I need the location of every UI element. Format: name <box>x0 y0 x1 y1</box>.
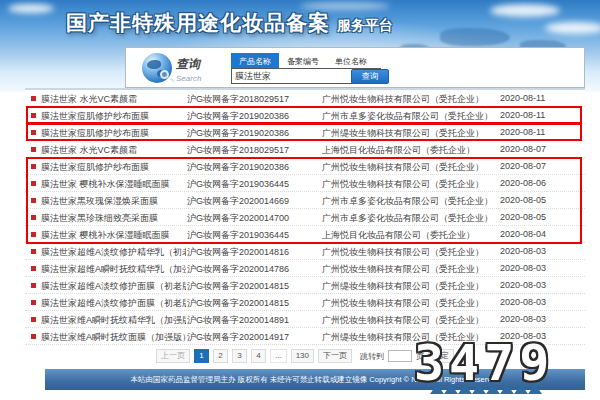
product-name: 膜法世家维A瞬时抚纹面膜（加强版） <box>41 331 186 344</box>
company-name: 广州悦妆生物科技有限公司（受托企业） <box>322 93 497 106</box>
world-map-decoration <box>440 28 510 46</box>
table-row[interactable]: 膜法世家 樱桃补水保湿睡眠面膜沪G妆网备字2019036445上海悦目化妆品有限… <box>25 226 585 243</box>
page-button-2[interactable]: 2 <box>213 349 228 363</box>
zigzag-decoration <box>430 384 548 394</box>
search-panel: 查询 Search 产品名称备案编号单位名称 查询 <box>125 47 585 88</box>
search-logo-label: 查询 <box>176 56 201 73</box>
product-name: 膜法世家 水光VC素颜霜 <box>41 93 186 106</box>
filing-date: 2020-08-04 <box>500 229 546 239</box>
jump-to-label: 跳转到 <box>360 351 384 362</box>
filing-date: 2020-08-07 <box>500 161 546 171</box>
product-name: 膜法世家 樱桃补水保湿睡眠面膜 <box>41 229 186 242</box>
registration-number: 沪G妆网备字2019036445 <box>187 178 317 191</box>
table-row[interactable]: 膜法世家痘肌修护纱布面膜沪G妆网备字2019020386广州市卓多姿化妆品有限公… <box>25 107 585 124</box>
prev-page-button[interactable]: 上一页 <box>156 349 190 363</box>
red-bullet-icon <box>31 266 36 271</box>
table-row[interactable]: 膜法世家黑珍珠细致亮采面膜沪G妆网备字2020014700广州市卓多姿化妆品有限… <box>25 209 585 226</box>
registration-number: 沪G妆网备字2020014786 <box>187 263 317 276</box>
registration-number: 沪G妆网备字2020014917 <box>187 331 317 344</box>
filing-date: 2020-08-03 <box>500 246 546 256</box>
product-name: 膜法世家超维A淡纹修护精华乳（初老版） <box>41 246 186 259</box>
product-name: 膜法世家超维A淡纹修护面膜（初老版） <box>41 297 186 310</box>
registration-number: 沪G妆网备字2019020386 <box>187 161 317 174</box>
table-row[interactable]: 膜法世家黑玫瑰保湿焕采面膜沪G妆网备字2020014669广州市卓多姿化妆品有限… <box>25 192 585 209</box>
company-name: 上海悦目化妆品有限公司（委托企业） <box>322 144 497 157</box>
red-bullet-icon <box>31 113 36 118</box>
cosmetics-filing-platform-page: 国产非特殊用途化妆品备案服务平台 查询 Search 产品名称备案编号单位名称 … <box>0 0 600 400</box>
filing-date: 2020-08-03 <box>500 297 546 307</box>
page-button-3[interactable]: 3 <box>232 349 247 363</box>
table-row[interactable]: 膜法世家超维A淡纹修护面膜（初老版）沪G妆网备字2020014815广州缇妆生物… <box>25 277 585 294</box>
table-row[interactable]: 膜法世家 樱桃补水保湿睡眠面膜沪G妆网备字2019036445广州悦妆生物科技有… <box>25 175 585 192</box>
page-button-130[interactable]: 130 <box>291 349 314 363</box>
search-logo-sublabel: Search <box>176 74 201 83</box>
registration-number: 沪G妆网备字2020014669 <box>187 195 317 208</box>
company-name: 广州市卓多姿化妆品有限公司（受托企业） <box>322 110 497 123</box>
company-name: 广州悦妆生物科技有限公司（受托企业） <box>322 246 497 259</box>
filing-date: 2020-08-11 <box>500 93 545 103</box>
company-name: 广州缇妆生物科技有限公司（受托企业） <box>322 280 497 293</box>
results-table: 膜法世家 水光VC素颜霜沪G妆网备字2018029517广州悦妆生物科技有限公司… <box>25 90 585 346</box>
company-name: 广州悦妆生物科技有限公司（受托企业） <box>322 297 497 310</box>
registration-number: 沪G妆网备字2019036445 <box>187 229 317 242</box>
company-name: 广州市卓多姿化妆品有限公司（受托企业） <box>322 195 497 208</box>
company-name: 广州悦妆生物科技有限公司（受托企业） <box>322 178 497 191</box>
company-name: 广州市卓多姿化妆品有限公司（受托企业） <box>322 212 497 225</box>
filing-date: 2020-08-03 <box>500 314 546 324</box>
page-button-4[interactable]: 4 <box>251 349 266 363</box>
red-bullet-icon <box>31 317 36 322</box>
registration-number: 沪G妆网备字2020014815 <box>187 297 317 310</box>
company-name: 广州悦妆生物科技有限公司（受托企业） <box>322 314 497 327</box>
product-name: 膜法世家黑玫瑰保湿焕采面膜 <box>41 195 186 208</box>
table-row[interactable]: 膜法世家超维A淡纹修护精华乳（初老版）沪G妆网备字2020014816广州悦妆生… <box>25 243 585 260</box>
product-name: 膜法世家痘肌修护纱布面膜 <box>41 161 186 174</box>
registration-number: 沪G妆网备字2019020386 <box>187 110 317 123</box>
registration-number: 沪G妆网备字2019020386 <box>187 127 317 140</box>
red-bullet-icon <box>31 198 36 203</box>
red-bullet-icon <box>31 249 36 254</box>
search-tab-1[interactable]: 备案编号 <box>279 53 327 69</box>
company-name: 广州悦妆生物科技有限公司（受托企业） <box>322 263 497 276</box>
product-name: 膜法世家超维A瞬时抚纹精华乳（加强版） <box>41 263 186 276</box>
product-name: 膜法世家 水光VC素颜霜 <box>41 144 186 157</box>
ellipsis-pages: ... <box>270 349 287 363</box>
red-bullet-icon <box>31 300 36 305</box>
cloud-decoration <box>8 4 54 13</box>
table-row[interactable]: 膜法世家超维A淡纹修护面膜（初老版）沪G妆网备字2020014815广州悦妆生物… <box>25 294 585 311</box>
search-tab-0[interactable]: 产品名称 <box>231 53 279 69</box>
filing-date: 2020-08-05 <box>500 212 546 222</box>
product-name: 膜法世家 樱桃补水保湿睡眠面膜 <box>41 178 186 191</box>
company-name: 广州悦妆生物科技有限公司（受托企业） <box>322 161 497 174</box>
page-title: 国产非特殊用途化妆品备案 <box>66 11 330 34</box>
next-page-button[interactable]: 下一页 <box>318 349 352 363</box>
filing-date: 2020-08-03 <box>500 280 546 290</box>
search-tab-2[interactable]: 单位名称 <box>327 53 375 69</box>
table-row[interactable]: 膜法世家 水光VC素颜霜沪G妆网备字2018029517广州悦妆生物科技有限公司… <box>25 90 585 107</box>
red-bullet-icon <box>31 181 36 186</box>
page-subtitle: 服务平台 <box>337 17 393 33</box>
red-bullet-icon <box>31 96 36 101</box>
cloud-decoration <box>490 4 560 17</box>
registration-number: 沪G妆网备字2020014891 <box>187 314 317 327</box>
red-bullet-icon <box>31 130 36 135</box>
red-bullet-icon <box>31 283 36 288</box>
filing-date: 2020-08-03 <box>500 263 546 273</box>
table-row[interactable]: 膜法世家维A瞬时抚纹精华乳（加强版）沪G妆网备字2020014891广州悦妆生物… <box>25 311 585 328</box>
red-bullet-icon <box>31 164 36 169</box>
jump-page-input[interactable] <box>388 350 412 362</box>
company-name: 广州缇妆生物科技有限公司（受托企业） <box>322 127 497 140</box>
filing-date: 2020-08-07 <box>500 144 546 154</box>
company-name: 上海悦目化妆品有限公司（委托企业） <box>322 229 497 242</box>
table-row[interactable]: 膜法世家痘肌修护纱布面膜沪G妆网备字2019020386广州缇妆生物科技有限公司… <box>25 124 585 141</box>
table-row[interactable]: 膜法世家 水光VC素颜霜沪G妆网备字2018029517上海悦目化妆品有限公司（… <box>25 141 585 158</box>
page-button-1[interactable]: 1 <box>194 349 209 363</box>
filing-date: 2020-08-11 <box>500 127 545 137</box>
search-button[interactable]: 查询 <box>351 69 389 84</box>
registration-number: 沪G妆网备字2018029517 <box>187 93 317 106</box>
filing-date: 2020-08-06 <box>500 178 546 188</box>
table-row[interactable]: 膜法世家痘肌修护纱布面膜沪G妆网备字2019020386广州悦妆生物科技有限公司… <box>25 158 585 175</box>
registration-number: 沪G妆网备字2020014700 <box>187 212 317 225</box>
table-row[interactable]: 膜法世家超维A瞬时抚纹精华乳（加强版）沪G妆网备字2020014786广州悦妆生… <box>25 260 585 277</box>
product-name: 膜法世家痘肌修护纱布面膜 <box>41 110 186 123</box>
magnifier-icon <box>160 70 169 79</box>
